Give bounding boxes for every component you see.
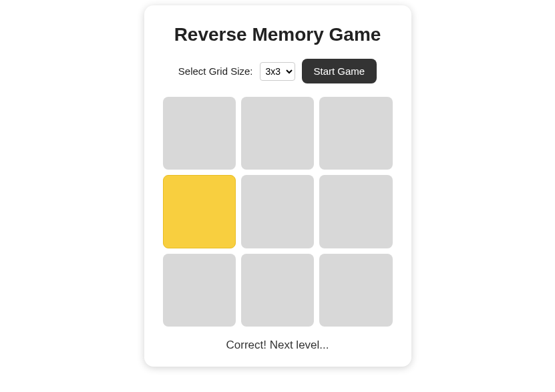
start-game-button[interactable]: Start Game xyxy=(302,59,377,83)
grid-size-label: Select Grid Size: xyxy=(178,65,253,77)
page-title: Reverse Memory Game xyxy=(163,24,393,45)
grid-cell[interactable] xyxy=(241,175,314,248)
status-text: Correct! Next level... xyxy=(163,339,393,352)
game-grid xyxy=(163,97,393,327)
grid-cell[interactable] xyxy=(241,97,314,170)
game-card: Reverse Memory Game Select Grid Size: 3x… xyxy=(144,5,411,367)
grid-cell[interactable] xyxy=(163,254,236,327)
grid-cell[interactable] xyxy=(163,175,236,248)
grid-cell[interactable] xyxy=(319,97,392,170)
grid-cell[interactable] xyxy=(163,97,236,170)
grid-size-select[interactable]: 3x3 xyxy=(260,62,295,81)
grid-cell[interactable] xyxy=(319,254,392,327)
controls-row: Select Grid Size: 3x3 Start Game xyxy=(163,59,393,83)
grid-cell[interactable] xyxy=(319,175,392,248)
grid-cell[interactable] xyxy=(241,254,314,327)
